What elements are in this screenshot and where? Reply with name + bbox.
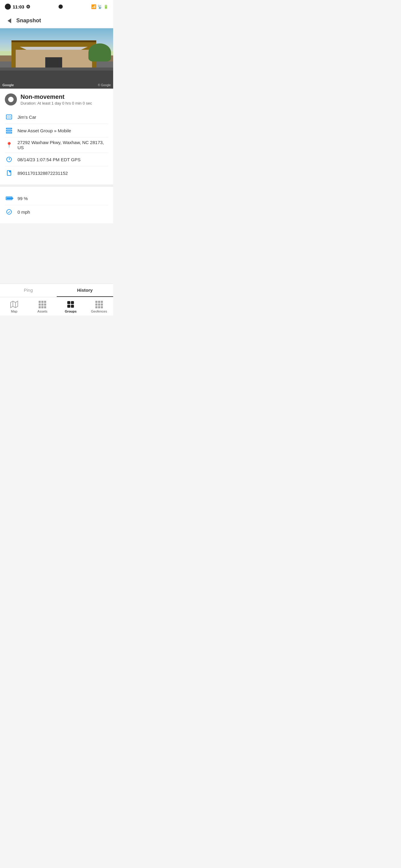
battery-row: 99 %: [5, 192, 108, 205]
asset-name-row: Jim's Car: [5, 110, 108, 124]
geofences-icon-wrap: [95, 300, 103, 309]
building-awning: [20, 47, 88, 50]
asset-icon: [5, 113, 13, 121]
divider-1: [0, 184, 113, 187]
spacer: [0, 223, 113, 284]
asset-name-text: Jim's Car: [18, 115, 36, 120]
timestamp-row: 08/14/23 1:07:54 PM EDT GPS: [5, 153, 108, 166]
settings-icon: ⚙: [26, 4, 30, 10]
clock-icon-wrap: [5, 155, 13, 164]
event-header: Non-movement Duration: At least 1 day 0 …: [5, 93, 108, 105]
status-circle-icon: [5, 4, 11, 10]
assets-icon-container: [38, 300, 47, 309]
map-icon-wrap: [10, 300, 19, 309]
wifi-icon: 📶: [91, 4, 96, 9]
trees: [88, 43, 111, 61]
group-row: New Asset Group » Mobile: [5, 124, 108, 137]
status-left: 11:03 ⚙: [5, 4, 30, 10]
geofences-label: Geofences: [91, 310, 107, 313]
group-path-text: New Asset Group » Mobile: [18, 128, 71, 133]
event-icon-inner: [8, 97, 13, 102]
map-label: Map: [11, 310, 17, 313]
device-id-row: 89011701328872231152: [5, 166, 108, 180]
tab-ping[interactable]: Ping: [0, 284, 57, 297]
event-type-icon: [5, 93, 17, 105]
groups-icon-wrap: [66, 300, 75, 309]
event-duration: Duration: At least 1 day 0 hrs 0 min 0 s…: [21, 101, 92, 105]
event-info: Non-movement Duration: At least 1 day 0 …: [21, 93, 92, 105]
groups-icon-container: [66, 300, 75, 309]
speed-text: 0 mph: [18, 210, 30, 215]
clock-icon: [6, 157, 12, 162]
pin-icon: 📍: [6, 142, 12, 148]
geofences-icon-container: [95, 300, 103, 309]
address-row: 📍 27292 Waxhaw Pkwy, Waxhaw, NC 28173, U…: [5, 137, 108, 153]
sim-icon: [7, 170, 11, 176]
speed-icon-wrap: [5, 208, 13, 216]
status-bar: 11:03 ⚙ 📶 📡 🔋: [0, 0, 113, 13]
google-watermark-left: Google: [2, 83, 14, 87]
tab-history[interactable]: History: [57, 284, 113, 297]
signal-icon: 📡: [97, 4, 102, 9]
nav-item-assets[interactable]: Assets: [28, 297, 57, 315]
nav-item-map[interactable]: Map: [0, 297, 28, 315]
device-id-text: 89011701328872231152: [18, 170, 68, 176]
event-type-label: Non-movement: [21, 93, 92, 100]
battery-text: 99 %: [18, 196, 28, 201]
geofences-icon: [95, 301, 103, 308]
stack-icon: [6, 128, 12, 133]
address-text: 27292 Waxhaw Pkwy, Waxhaw, NC 28173, US: [18, 140, 108, 150]
top-bar: Snapshot: [0, 13, 113, 28]
groups-label: Groups: [65, 310, 77, 313]
group-icon: [5, 126, 13, 135]
assets-icon: [39, 301, 46, 308]
bottom-nav: Map Assets Groups: [0, 297, 113, 315]
page-title: Snapshot: [16, 18, 41, 24]
speed-row: 0 mph: [5, 205, 108, 218]
building: [11, 40, 96, 67]
back-arrow-icon: [7, 19, 11, 23]
event-card: Non-movement Duration: At least 1 day 0 …: [0, 89, 113, 184]
assets-label: Assets: [37, 310, 47, 313]
assets-icon-wrap: [38, 300, 47, 309]
camera-icon: [59, 4, 63, 9]
sensor-card: 99 % 0 mph: [0, 187, 113, 223]
status-time: 11:03: [13, 4, 24, 9]
box-icon: [6, 115, 12, 119]
map-icon: [10, 300, 19, 309]
groups-icon: [67, 301, 74, 308]
battery-icon-wrap: [5, 194, 13, 203]
sim-icon-wrap: [5, 169, 13, 177]
back-button[interactable]: [5, 16, 14, 25]
battery-icon: [6, 196, 12, 200]
timestamp-text: 08/14/23 1:07:54 PM EDT GPS: [18, 157, 81, 162]
street-view-image: Google © Google: [0, 28, 113, 89]
ground: [0, 70, 113, 89]
location-icon: 📍: [5, 141, 13, 149]
google-watermark-right: © Google: [98, 84, 111, 87]
bottom-tabs-bar: Ping History: [0, 284, 113, 297]
speed-icon: [6, 209, 12, 215]
nav-item-geofences[interactable]: Geofences: [85, 297, 113, 315]
battery-fill: [7, 197, 12, 199]
svg-marker-0: [10, 301, 18, 308]
building-door: [45, 57, 62, 67]
nav-item-groups[interactable]: Groups: [57, 297, 85, 315]
status-right: 📶 📡 🔋: [91, 4, 108, 9]
battery-status-icon: 🔋: [104, 4, 108, 9]
